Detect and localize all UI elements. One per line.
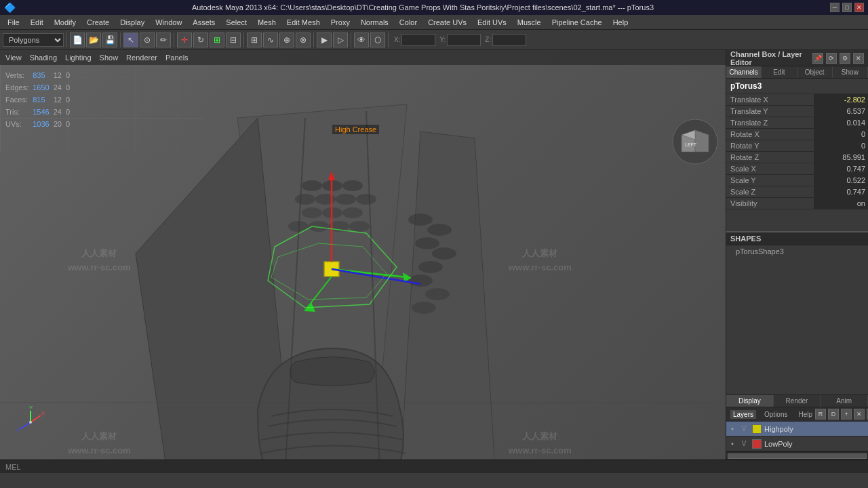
channel-value[interactable]: 0.747 [814,186,868,197]
channel-value[interactable]: 0.747 [814,163,868,174]
menu-item-proxy[interactable]: Proxy [326,18,355,27]
snap-surface-button[interactable]: ⊗ [296,33,311,47]
vp-view-menu[interactable]: View [5,54,22,62]
rotate-button[interactable]: ↻ [193,33,208,47]
menu-item-edit[interactable]: Edit [26,18,48,27]
channel-value[interactable]: -2.802 [814,94,868,105]
show-hide-button[interactable]: 👁 [354,33,369,47]
layers-tab-layers[interactable]: Layers [730,410,756,419]
title-bar-icon: 🔷 [4,2,16,13]
menu-item-window[interactable]: Window [151,18,186,27]
maximize-button[interactable]: □ [842,3,852,12]
ipr-button[interactable]: ▷ [333,33,348,47]
close-button[interactable]: ✕ [854,3,864,12]
channel-row[interactable]: Rotate Y0 [726,140,868,152]
isolate-button[interactable]: ⬡ [370,33,385,47]
channel-value[interactable]: 0.014 [814,117,868,128]
channel-row[interactable]: Scale Z0.747 [726,186,868,198]
paint-button[interactable]: ✏ [156,33,171,47]
layer-color-swatch[interactable] [752,424,762,434]
vp-shading-menu[interactable]: Shading [30,54,57,62]
channel-value[interactable]: 0 [814,129,868,140]
menu-item-mesh[interactable]: Mesh [253,18,281,27]
channel-row[interactable]: Translate Y6.537 [726,106,868,117]
layer-visibility-icon[interactable]: ▪ [726,422,738,436]
menu-item-help[interactable]: Help [608,18,633,27]
menu-item-create-uvs[interactable]: Create UVs [423,18,471,27]
new-scene-button[interactable]: 📄 [70,33,85,47]
menu-item-muscle[interactable]: Muscle [513,18,546,27]
x-coord-input[interactable] [401,34,435,46]
channel-value[interactable]: 0.522 [814,175,868,186]
snap-point-button[interactable]: ⊕ [279,33,294,47]
menu-item-pipeline-cache[interactable]: Pipeline Cache [547,18,607,27]
cb-history-icon[interactable]: ⟳ [826,53,837,64]
menu-item-select[interactable]: Select [221,18,252,27]
channel-row[interactable]: Scale Y0.522 [726,175,868,186]
channel-box-header: Channel Box / Layer Editor 📌 ⟳ ⚙ ✕ [726,50,868,66]
save-button[interactable]: 💾 [102,33,117,47]
z-coord-input[interactable] [492,34,526,46]
channel-row[interactable]: Visibilityon [726,198,868,209]
channel-value[interactable]: on [814,198,868,209]
svg-point-3 [302,180,322,191]
vp-panels-menu[interactable]: Panels [165,54,189,62]
layers-new-display-icon[interactable]: D [828,409,839,420]
layer-row[interactable]: ▪VHighpoly [726,422,868,436]
cb-attr-icon[interactable]: ⚙ [840,53,850,64]
cb-close-icon[interactable]: ✕ [853,53,864,64]
vp-renderer-menu[interactable]: Renderer [126,54,157,62]
cb-tab-edit[interactable]: Edit [762,66,797,78]
render-button[interactable]: ▶ [317,33,332,47]
channel-row[interactable]: Translate Z0.014 [726,117,868,129]
layers-tab-options[interactable]: Options [762,410,790,419]
vp-show-menu[interactable]: Show [100,54,119,62]
channel-row[interactable]: Scale X0.747 [726,163,868,175]
channel-value[interactable]: 0 [814,140,868,151]
minimize-button[interactable]: ─ [830,3,840,12]
snap-grid-button[interactable]: ⊞ [247,33,262,47]
open-button[interactable]: 📂 [86,33,101,47]
menu-item-create[interactable]: Create [82,18,114,27]
channel-value[interactable]: 85.991 [814,152,868,163]
cb-tab-channels[interactable]: Channels [726,66,762,78]
move-button[interactable]: ✛ [177,33,192,47]
viewport[interactable]: View Shading Lighting Show Renderer Pane… [0,50,726,460]
layer-color-swatch[interactable] [752,439,762,449]
layers-tab-help[interactable]: Help [795,410,815,419]
cb-bottom-display[interactable]: Display [726,395,774,407]
cb-bottom-render[interactable]: Render [774,395,821,407]
scale-button[interactable]: ⊞ [210,33,224,47]
menu-item-modify[interactable]: Modify [50,18,81,27]
menu-item-edit-uvs[interactable]: Edit UVs [473,18,511,27]
select-button[interactable]: ↖ [123,33,138,47]
channel-row[interactable]: Translate X-2.802 [726,94,868,106]
channel-row[interactable]: Rotate X0 [726,129,868,140]
menu-item-color[interactable]: Color [395,18,422,27]
layers-new-layer-icon[interactable]: + [841,409,852,420]
layers-delete-icon[interactable]: ✕ [854,409,865,420]
channel-row[interactable]: Rotate Z85.991 [726,152,868,163]
layers-scrollbar[interactable] [726,451,868,460]
viewport-cube[interactable]: LEFT [671,118,719,165]
snap-curve-button[interactable]: ∿ [263,33,278,47]
cb-tab-show[interactable]: Show [833,66,868,78]
layer-visibility-icon[interactable]: ▪ [726,436,738,451]
menu-item-normals[interactable]: Normals [356,18,393,27]
lasso-button[interactable]: ⊙ [140,33,155,47]
menu-item-display[interactable]: Display [115,18,149,27]
cb-tab-object[interactable]: Object [797,66,833,78]
layer-row[interactable]: ▪VLowPoly [726,436,868,451]
channel-value[interactable]: 6.537 [814,106,868,117]
transform-button[interactable]: ⊟ [226,33,241,47]
toolbar-separator-5 [313,33,314,47]
cb-bottom-anim[interactable]: Anim [821,395,868,407]
y-coord-input[interactable] [447,34,481,46]
menu-item-assets[interactable]: Assets [188,18,220,27]
cb-pin-icon[interactable]: 📌 [812,53,823,64]
vp-lighting-menu[interactable]: Lighting [65,54,92,62]
layers-new-render-icon[interactable]: R [815,409,826,420]
mode-dropdown[interactable]: Polygons [3,33,64,47]
menu-item-file[interactable]: File [3,18,24,27]
menu-item-edit-mesh[interactable]: Edit Mesh [282,18,325,27]
